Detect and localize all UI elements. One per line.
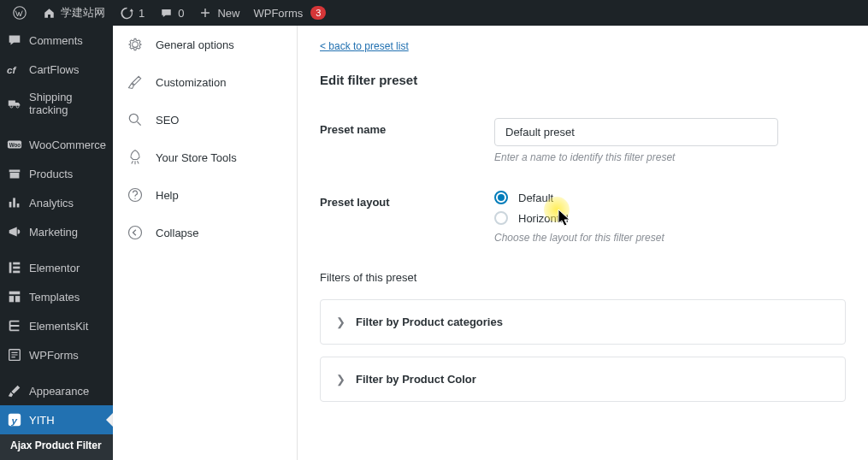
chart-icon <box>7 195 22 210</box>
sp-store-tools[interactable]: Your Store Tools <box>113 139 297 176</box>
sp-customization[interactable]: Customization <box>113 63 297 101</box>
sp-label: Customization <box>156 76 226 89</box>
preset-name-label: Preset name <box>320 118 494 163</box>
comments-link[interactable]: 0 <box>151 0 191 26</box>
sidebar-item-shipping[interactable]: Shipping tracking <box>0 84 113 123</box>
submenu-ajax-filter[interactable]: Ajax Product Filter <box>0 434 113 457</box>
brush-icon <box>127 74 144 91</box>
preset-layout-label: Preset layout <box>320 191 494 244</box>
elementor-icon <box>7 260 22 275</box>
sidebar-label: Appearance <box>29 385 89 398</box>
update-icon <box>119 5 134 21</box>
radio-label: Default <box>518 192 553 204</box>
preset-name-hint: Enter a name to identify this filter pre… <box>494 151 846 163</box>
updates-count: 1 <box>139 7 145 20</box>
page-title: Edit filter preset <box>320 73 846 87</box>
admin-topbar: 学建站网 1 0 New WPForms 3 <box>0 0 868 26</box>
preset-name-row: Preset name Enter a name to identify thi… <box>320 118 846 163</box>
new-content[interactable]: New <box>191 0 246 26</box>
sidebar-label: CartFlows <box>29 63 80 76</box>
updates-link[interactable]: 1 <box>112 0 151 26</box>
sidebar-label: Products <box>29 168 73 180</box>
sidebar-item-analytics[interactable]: Analytics <box>0 188 113 217</box>
wpforms-icon <box>7 347 22 363</box>
admin-sidebar: Comments cf CartFlows Shipping tracking … <box>0 26 113 460</box>
submenu-system-status[interactable]: System Status <box>0 457 113 460</box>
new-label: New <box>217 7 239 20</box>
preset-layout-row: Preset layout Default Horizontal Choose … <box>320 191 846 244</box>
truck-icon <box>7 96 22 111</box>
back-link[interactable]: < back to preset list <box>320 40 409 52</box>
main-content: < back to preset list Edit filter preset… <box>298 26 868 460</box>
svg-rect-6 <box>9 262 12 274</box>
sidebar-item-products[interactable]: Products <box>0 159 113 188</box>
radio-icon <box>494 191 508 204</box>
radio-icon <box>494 211 508 225</box>
sidebar-label: YITH <box>29 414 55 427</box>
plus-icon <box>198 5 213 21</box>
svg-point-16 <box>129 114 138 122</box>
wpforms-label: WPForms <box>253 7 303 20</box>
svg-rect-12 <box>15 296 20 302</box>
brush-icon <box>7 383 22 398</box>
sidebar-item-templates[interactable]: Templates <box>0 282 113 311</box>
sidebar-label: ElementsKit <box>29 320 88 333</box>
archive-icon <box>7 166 22 181</box>
filter-title: Filter by Product Color <box>356 373 476 386</box>
svg-point-0 <box>14 7 26 19</box>
sp-help[interactable]: Help <box>113 176 297 214</box>
filter-card[interactable]: ❯ Filter by Product categories <box>320 299 846 345</box>
search-icon <box>127 111 144 128</box>
sidebar-label: Elementor <box>29 262 80 274</box>
collapse-icon <box>127 224 144 241</box>
svg-text:Woo: Woo <box>9 142 21 148</box>
sidebar-label: Shipping tracking <box>29 91 106 116</box>
sidebar-item-yith[interactable]: y YITH <box>0 405 113 434</box>
svg-rect-9 <box>13 271 20 274</box>
sidebar-item-woocommerce[interactable]: Woo WooCommerce <box>0 130 113 159</box>
sidebar-item-wpforms[interactable]: WPForms <box>0 340 113 369</box>
cartflows-icon: cf <box>7 62 22 77</box>
filter-card[interactable]: ❯ Filter by Product Color <box>320 357 846 402</box>
svg-point-19 <box>129 227 142 239</box>
svg-rect-7 <box>13 262 20 265</box>
site-home[interactable]: 学建站网 <box>34 0 112 26</box>
layout-hint: Choose the layout for this filter preset <box>494 232 846 244</box>
ekit-icon <box>7 318 22 333</box>
svg-text:y: y <box>10 415 17 426</box>
svg-rect-11 <box>9 296 14 302</box>
rocket-icon <box>127 149 144 166</box>
sidebar-label: Comments <box>29 34 83 47</box>
sp-label: Help <box>156 189 179 202</box>
sp-general-options[interactable]: General options <box>113 26 297 63</box>
sp-label: Collapse <box>156 227 199 239</box>
sidebar-label: Marketing <box>29 226 78 239</box>
sidebar-item-marketing[interactable]: Marketing <box>0 217 113 246</box>
sp-collapse[interactable]: Collapse <box>113 214 297 251</box>
chevron-right-icon: ❯ <box>336 373 345 386</box>
gear-icon <box>127 36 144 53</box>
preset-name-input[interactable] <box>494 118 778 146</box>
comments-count: 0 <box>178 7 184 20</box>
svg-rect-10 <box>9 292 21 295</box>
sidebar-label: Templates <box>29 291 80 304</box>
sidebar-item-elementor[interactable]: Elementor <box>0 253 113 282</box>
woo-icon: Woo <box>7 137 22 152</box>
site-name: 学建站网 <box>61 5 105 21</box>
svg-rect-8 <box>13 267 20 269</box>
sidebar-item-elementskit[interactable]: ElementsKit <box>0 311 113 340</box>
wp-logo[interactable] <box>5 0 34 26</box>
sidebar-item-cartflows[interactable]: cf CartFlows <box>0 55 113 84</box>
sidebar-item-comments[interactable]: Comments <box>0 26 113 55</box>
svg-text:cf: cf <box>7 64 17 75</box>
sp-label: Your Store Tools <box>156 151 237 164</box>
radio-label: Horizontal <box>518 212 569 225</box>
sp-seo[interactable]: SEO <box>113 101 297 139</box>
sidebar-label: Analytics <box>29 197 74 209</box>
layout-option-default[interactable]: Default <box>494 191 846 204</box>
sidebar-item-appearance[interactable]: Appearance <box>0 376 113 405</box>
wpforms-link[interactable]: WPForms 3 <box>246 0 333 26</box>
filters-heading: Filters of this preset <box>320 271 846 284</box>
comment-icon <box>7 32 22 48</box>
layout-option-horizontal[interactable]: Horizontal <box>494 211 846 225</box>
